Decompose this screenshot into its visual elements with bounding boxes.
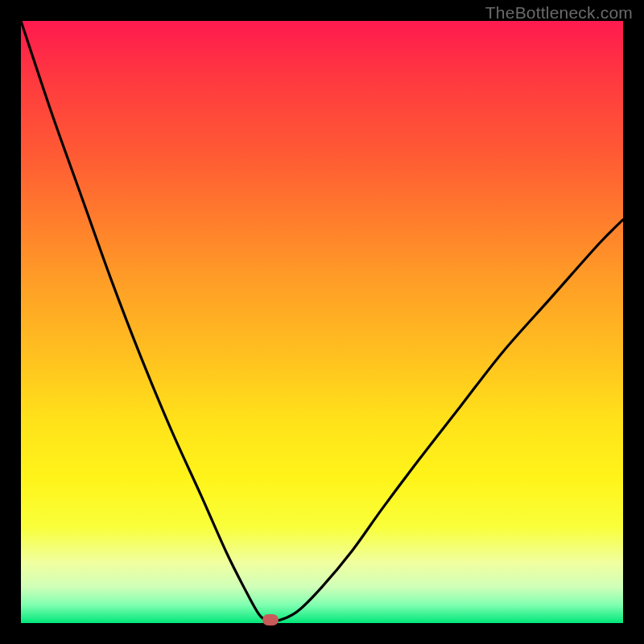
- chart-frame: TheBottleneck.com: [0, 0, 644, 644]
- watermark-text: TheBottleneck.com: [485, 3, 633, 23]
- bottleneck-curve: [21, 21, 623, 623]
- optimal-point-marker: [262, 614, 279, 625]
- plot-area: [21, 21, 623, 623]
